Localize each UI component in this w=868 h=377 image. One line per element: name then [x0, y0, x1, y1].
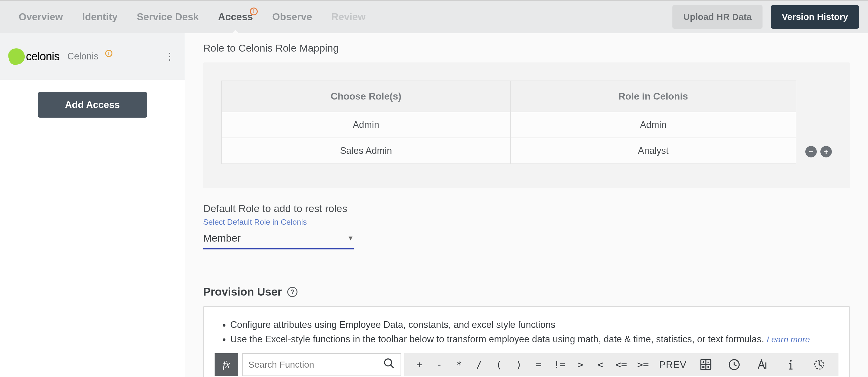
col-choose-roles: Choose Role(s)	[221, 81, 510, 112]
default-role-title: Default Role to add to rest roles	[203, 203, 850, 214]
version-history-button[interactable]: Version History	[771, 5, 859, 29]
provision-header: Provision User ?	[203, 286, 850, 298]
tab-service-desk[interactable]: Service Desk	[127, 0, 209, 33]
upload-hr-data-button[interactable]: Upload HR Data	[673, 5, 763, 29]
alert-icon: !	[250, 7, 258, 16]
main-content: Role to Celonis Role Mapping Choose Role…	[185, 33, 868, 377]
datetime-category-icon[interactable]	[721, 353, 747, 376]
cell-target-role[interactable]: Admin	[510, 112, 796, 138]
statistics-category-icon[interactable]	[806, 353, 832, 376]
main-tabs: Overview Identity Service Desk Access ! …	[9, 0, 375, 33]
chevron-down-icon: ▼	[347, 234, 354, 242]
tab-access[interactable]: Access !	[209, 0, 263, 33]
op-prev[interactable]: PREV	[655, 353, 691, 376]
role-mapping-card: Choose Role(s) Role in Celonis Admin Adm…	[203, 62, 850, 188]
add-row-button[interactable]: +	[820, 146, 832, 157]
svg-point-17	[790, 360, 792, 362]
warning-icon: !	[105, 50, 113, 57]
op-rparen[interactable]: )	[510, 353, 528, 376]
top-nav: Overview Identity Service Desk Access ! …	[0, 0, 868, 33]
svg-line-14	[734, 365, 736, 366]
info-category-icon[interactable]	[778, 353, 804, 376]
svg-line-23	[819, 365, 822, 367]
default-role-value: Member	[203, 232, 241, 244]
celonis-logo-text: celonis	[26, 50, 59, 63]
tab-review: Review	[321, 0, 375, 33]
operator-bar: + - * / ( ) = != > < <= >= PREV	[404, 353, 838, 376]
default-role-hint: Select Default Role in Celonis	[203, 218, 850, 227]
table-row[interactable]: Admin Admin	[221, 112, 796, 138]
default-role-select[interactable]: Member ▼	[203, 228, 354, 250]
formula-toolbar: fx + - * / ( ) = != > <	[215, 353, 838, 376]
cell-source-role[interactable]: Sales Admin	[221, 138, 510, 164]
celonis-blob-icon	[7, 47, 27, 66]
kebab-menu-icon[interactable]: ⋮	[163, 50, 176, 63]
sidebar: celonis Celonis ! ⋮ Add Access	[0, 33, 185, 377]
op-lt[interactable]: <	[591, 353, 610, 376]
provision-title: Provision User	[203, 286, 282, 298]
tab-identity[interactable]: Identity	[73, 0, 127, 33]
list-item: Configure attributes using Employee Data…	[230, 318, 838, 332]
tab-observe[interactable]: Observe	[262, 0, 321, 33]
celonis-logo: celonis	[8, 48, 59, 64]
function-search-input[interactable]	[248, 359, 383, 370]
row-actions: − +	[805, 146, 832, 157]
learn-more-link[interactable]: Learn more	[767, 335, 810, 344]
fx-icon: fx	[215, 353, 238, 376]
add-access-wrap: Add Access	[0, 80, 185, 130]
op-gt[interactable]: >	[571, 353, 590, 376]
op-eq[interactable]: =	[530, 353, 548, 376]
op-neq[interactable]: !=	[550, 353, 569, 376]
sidebar-item-celonis[interactable]: celonis Celonis ! ⋮	[0, 33, 185, 80]
role-mapping-title: Role to Celonis Role Mapping	[203, 42, 850, 54]
tab-overview[interactable]: Overview	[9, 0, 73, 33]
list-item: Use the Excel-style functions in the too…	[230, 332, 838, 347]
text-category-icon[interactable]	[749, 353, 776, 376]
op-lparen[interactable]: (	[490, 353, 508, 376]
op-minus[interactable]: -	[430, 353, 448, 376]
default-role-block: Default Role to add to rest roles Select…	[203, 203, 850, 250]
svg-point-0	[384, 359, 392, 366]
list-item-text: Use the Excel-style functions in the too…	[230, 334, 767, 344]
role-mapping-table: Choose Role(s) Role in Celonis Admin Adm…	[221, 81, 796, 164]
sidebar-item-label: Celonis	[67, 51, 98, 62]
col-role-in-celonis: Role in Celonis	[510, 81, 796, 112]
provision-info-list: Configure attributes using Employee Data…	[215, 318, 838, 347]
remove-row-button[interactable]: −	[805, 146, 817, 157]
help-icon[interactable]: ?	[287, 287, 298, 297]
op-lte[interactable]: <=	[611, 353, 631, 376]
svg-line-1	[391, 365, 394, 368]
cell-target-role[interactable]: Analyst	[510, 138, 796, 164]
math-category-icon[interactable]	[692, 353, 719, 376]
add-access-button[interactable]: Add Access	[38, 92, 147, 118]
search-icon[interactable]	[383, 357, 395, 372]
function-search-wrap	[242, 353, 401, 376]
tab-access-label: Access	[218, 11, 253, 23]
provision-card: Configure attributes using Employee Data…	[203, 306, 850, 377]
op-divide[interactable]: /	[470, 353, 488, 376]
cell-source-role[interactable]: Admin	[221, 112, 510, 138]
op-gte[interactable]: >=	[633, 353, 653, 376]
topbar-actions: Upload HR Data Version History	[673, 5, 859, 29]
op-plus[interactable]: +	[410, 353, 428, 376]
table-row[interactable]: Sales Admin Analyst	[221, 138, 796, 164]
op-multiply[interactable]: *	[450, 353, 468, 376]
